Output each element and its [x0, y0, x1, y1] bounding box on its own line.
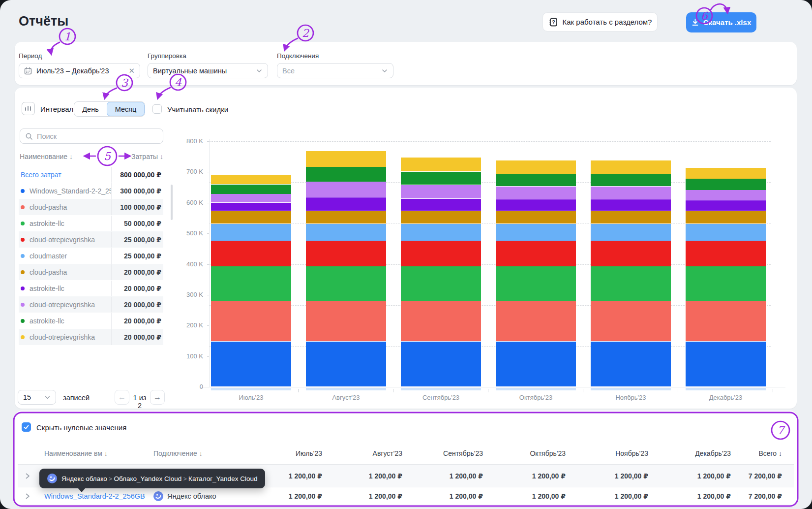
interval-option-day[interactable]: День: [74, 102, 107, 116]
column-header[interactable]: Сентябрь'23: [402, 449, 483, 457]
records-label: записей: [63, 394, 90, 402]
grouping-label: Группировка: [148, 52, 186, 60]
list-item-name: cloud-otrepievgrishka: [30, 301, 111, 309]
table-header-row: Наименование вм ↓Подключение ↓Июль'23Авг…: [18, 442, 794, 465]
prev-page-button[interactable]: ←: [115, 390, 129, 405]
series-color-dot: [21, 319, 25, 323]
col-header-name[interactable]: Наименование ↓: [20, 153, 73, 160]
cost-cell: 1 200,00 ₽: [402, 492, 483, 500]
period-value: Июль'23 – Декабрь'23: [36, 67, 109, 75]
cost-cell: 1 200,00 ₽: [648, 472, 738, 480]
next-row-hint: [18, 505, 794, 507]
hide-zero-label: Скрыть нулевые значения: [36, 423, 126, 432]
help-button-label: Как работать с разделом?: [563, 18, 652, 26]
clear-period-icon[interactable]: ✕: [128, 66, 135, 75]
svg-text:2: 2: [302, 27, 310, 39]
search-icon: [25, 132, 33, 140]
connection-path-tooltip: Яндекс облако > Облако_Yandex Cloud > Ка…: [39, 469, 265, 488]
cost-cell: 1 200,00 ₽: [483, 492, 566, 500]
list-item-name: Windows_Standard-2-2_256GB: [30, 187, 111, 195]
column-header[interactable]: Наименование вм ↓: [44, 449, 153, 457]
reports-page: Отчёты ? Как работать с разделом? Скачат…: [0, 0, 812, 509]
total-costs-link[interactable]: Всего затрат: [21, 171, 111, 179]
yandex-cloud-icon: [153, 491, 163, 501]
page-size-select[interactable]: 15: [18, 390, 56, 405]
cost-cell: 1 200,00 ₽: [648, 492, 738, 500]
list-item-name: astrokite-llc: [30, 317, 111, 325]
cost-cell: 1 200,00 ₽: [566, 472, 648, 480]
breadcrumb-segment: Облако_Yandex Cloud: [114, 475, 181, 482]
column-header[interactable]: Ноябрь'23: [566, 449, 648, 457]
check-icon: [23, 424, 30, 430]
vm-name-cell[interactable]: Windows_Standard-2-2_256GB: [44, 492, 153, 500]
list-item[interactable]: astrokite-llc20 000,00 ₽: [19, 313, 163, 329]
costs-list: Всего затрат 800 000,00 ₽ Windows_Standa…: [19, 166, 163, 345]
column-header[interactable]: Июль'23: [246, 449, 322, 457]
help-book-icon: ?: [548, 17, 558, 27]
cost-cell: 1 200,00 ₽: [402, 472, 483, 480]
connections-label: Подключения: [277, 52, 319, 60]
list-item[interactable]: astrokite-llc20 000,00 ₽: [19, 280, 163, 296]
list-item-value: 20 000,00 ₽: [111, 313, 163, 329]
cost-cell: 1 200,00 ₽: [566, 492, 648, 500]
list-item-value: 25 000,00 ₽: [111, 248, 163, 264]
total-cell: 7 200,00 ₽: [738, 472, 794, 480]
connections-placeholder: Все: [282, 67, 295, 75]
period-label: Период: [19, 52, 42, 60]
column-header[interactable]: Подключение ↓: [153, 449, 246, 457]
breadcrumb-separator: >: [107, 476, 114, 482]
hide-zero-checkbox[interactable]: [22, 422, 31, 432]
list-item[interactable]: cloud-otrepievgrishka20 000,00 ₽: [19, 296, 163, 313]
interval-option-month[interactable]: Месяц: [107, 102, 145, 116]
total-cell: 7 200,00 ₽: [738, 492, 794, 500]
list-item[interactable]: cloud-otrepievgrishka25 000,00 ₽: [19, 231, 163, 248]
expand-chevron-icon[interactable]: [18, 493, 44, 500]
list-item[interactable]: cloudmaster25 000,00 ₽: [19, 248, 163, 264]
sort-down-icon: ↓: [160, 153, 163, 160]
tooltip-path-text: Яндекс облако > Облако_Yandex Cloud > Ка…: [61, 475, 257, 482]
series-color-dot: [21, 222, 25, 225]
series-color-dot: [21, 286, 25, 290]
search-placeholder: Поиск: [37, 132, 57, 140]
breadcrumb-separator: >: [181, 476, 188, 482]
download-xlsx-button[interactable]: Скачать .xlsx: [686, 12, 756, 32]
series-color-dot: [21, 254, 25, 258]
series-color-dot: [21, 189, 25, 193]
discounts-checkbox[interactable]: [152, 104, 162, 114]
cost-cell: 1 200,00 ₽: [322, 472, 402, 480]
list-item[interactable]: Windows_Standard-2-2_256GB300 000,00 ₽: [19, 183, 163, 199]
total-costs-value: 800 000,00 ₽: [111, 167, 163, 183]
cost-cell: 1 200,00 ₽: [246, 492, 322, 500]
sort-down-icon: ↓: [69, 153, 73, 160]
list-item[interactable]: cloud-pasha100 000,00 ₽: [19, 199, 163, 215]
series-color-dot: [21, 270, 25, 274]
grouping-select[interactable]: Виртуальные машины: [148, 63, 268, 78]
grouping-value: Виртуальные машины: [153, 67, 227, 75]
list-item-name: cloudmaster: [30, 252, 111, 260]
costs-list-rows: Windows_Standard-2-2_256GB300 000,00 ₽cl…: [19, 183, 163, 345]
tooltip-caret: [78, 488, 86, 492]
column-header[interactable]: Декабрь'23: [648, 449, 738, 457]
connections-select[interactable]: Все: [277, 63, 393, 78]
list-item[interactable]: cloud-otrepievgrishka20 000,00 ₽: [19, 329, 163, 345]
search-input[interactable]: Поиск: [20, 128, 163, 144]
next-page-button[interactable]: →: [150, 390, 165, 405]
list-scrollbar[interactable]: [171, 185, 173, 220]
column-header[interactable]: Август'23: [322, 449, 402, 457]
download-icon: [692, 19, 699, 26]
breadcrumb-segment: Каталог_Yandex Cloud: [188, 475, 257, 482]
col-header-costs[interactable]: Затраты ↓: [93, 153, 163, 160]
discounts-label: Учитывать скидки: [167, 105, 228, 114]
series-color-dot: [21, 303, 25, 307]
list-item-value: 300 000,00 ₽: [111, 183, 163, 199]
column-header[interactable]: Всего ↓: [738, 449, 794, 457]
table-row[interactable]: Windows_Standard-2-2_256GBЯндекс облако1…: [18, 487, 794, 505]
total-costs-row[interactable]: Всего затрат 800 000,00 ₽: [19, 166, 163, 183]
list-item-value: 20 000,00 ₽: [111, 297, 163, 313]
list-item[interactable]: cloud-pasha20 000,00 ₽: [19, 264, 163, 280]
help-button[interactable]: ? Как работать с разделом?: [542, 12, 658, 32]
interval-label: Интервал: [40, 105, 73, 113]
column-header[interactable]: Октябрь'23: [483, 449, 566, 457]
list-item[interactable]: astrokite-llc50 000,00 ₽: [19, 215, 163, 231]
period-input[interactable]: Июль'23 – Декабрь'23 ✕: [19, 63, 140, 78]
